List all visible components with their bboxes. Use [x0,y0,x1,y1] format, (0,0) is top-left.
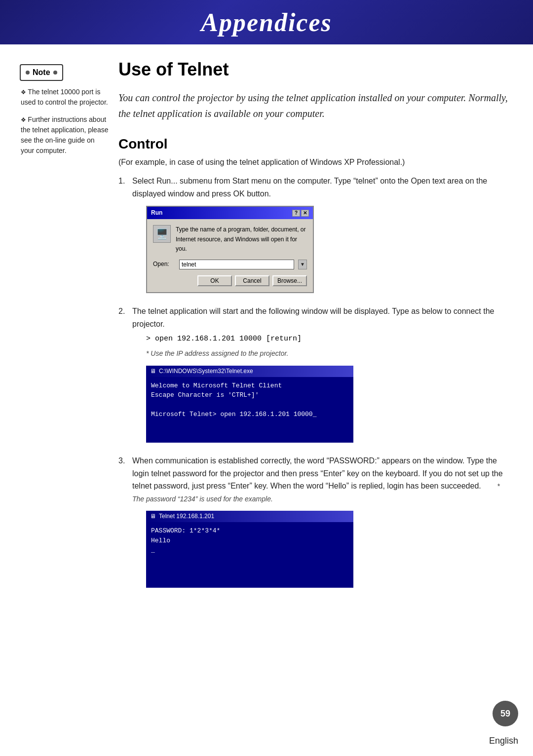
sidebar-note-1: The telnet 10000 port is used to control… [20,87,109,108]
main-content: Use of Telnet You can control the projec… [118,59,513,600]
terminal-1-body: Welcome to Microsoft Telnet Client Escap… [146,377,353,443]
dialog-title: Run [151,208,162,218]
terminal-2-body: PASSWORD: 1*2*3*4* Hello _ [146,522,353,588]
page-number-badge: 59 [493,701,518,726]
terminal-2-line1: PASSWORD: 1*2*3*4* [151,526,348,536]
terminal-icon: 🖥 [150,367,156,376]
sidebar: Note The telnet 10000 port is used to co… [20,59,118,600]
cmd-line: > open 192.168.1.201 10000 [return] [146,333,513,345]
dialog-open-label: Open: [153,260,175,269]
terminal-1-line2: Escape Character is 'CTRL+]' [151,390,348,400]
dialog-dropdown-arrow[interactable]: ▼ [298,260,307,269]
terminal-1: 🖥 C:\WINDOWS\System32\Telnet.exe Welcome… [146,366,353,443]
terminal-2-empty2 [151,565,348,574]
dialog-close-btn[interactable]: ✕ [301,210,309,217]
terminal-2-title: Telnet 192.168.1.201 [159,512,214,521]
intro-text: You can control the projector by using t… [118,90,513,121]
terminal-2-icon: 🖥 [150,512,156,521]
step-3-number: 3. [118,454,128,588]
step-3-text: When communication is established correc… [132,456,503,490]
terminal-2-empty1 [151,555,348,565]
dialog-description: Type the name of a program, folder, docu… [176,225,307,254]
dialog-title-buttons: ? ✕ [292,210,309,217]
terminal-2-empty3 [151,574,348,584]
dialog-icon-row: 🖥️ Type the name of a program, folder, d… [153,225,307,254]
step-2-number: 2. [118,305,128,443]
step-1-text: Select Run... submenu from Start menu on… [132,177,487,198]
terminal-1-empty2 [151,429,348,439]
terminal-1-line1: Welcome to Microsoft Telnet Client [151,381,348,391]
terminal-1-empty1 [151,419,348,429]
step-2-text: The telnet application will start and th… [132,307,494,328]
dialog-body: 🖥️ Type the name of a program, folder, d… [147,219,313,292]
terminal-1-title-bar: 🖥 C:\WINDOWS\System32\Telnet.exe [146,366,353,377]
dialog-help-btn[interactable]: ? [292,210,300,217]
dialog-browse-button[interactable]: Browse... [272,275,307,286]
step-1: 1. Select Run... submenu from Start menu… [118,175,513,293]
dialog-open-row: Open: ▼ [153,260,307,269]
dialog-open-input[interactable] [179,260,294,269]
run-dialog: Run ? ✕ 🖥️ Type the name of a program, f… [146,206,314,293]
step-3: 3. When communication is established cor… [118,454,513,588]
terminal-2-title-bar: 🖥 Telnet 192.168.1.201 [146,511,353,522]
terminal-2: 🖥 Telnet 192.168.1.201 PASSWORD: 1*2*3*4… [146,511,353,588]
dialog-buttons: OK Cancel Browse... [153,275,307,286]
cmd-note: * Use the IP address assigned to the pro… [146,349,288,357]
note-box: Note [20,64,63,81]
page-header: Appendices [0,0,533,44]
dialog-ok-button[interactable]: OK [197,275,232,286]
section-subtitle: (For example, in case of using the telne… [118,158,513,167]
terminal-2-line2: Hello [151,536,348,546]
step-2: 2. The telnet application will start and… [118,305,513,443]
dialog-run-icon: 🖥️ [153,225,171,243]
note-dot-left [26,71,30,75]
terminal-1-line3 [151,400,348,410]
step-1-number: 1. [118,175,128,293]
content-area: Note The telnet 10000 port is used to co… [0,44,533,619]
header-title: Appendices [201,8,332,37]
page-title: Use of Telnet [118,59,513,80]
dialog-cancel-button[interactable]: Cancel [235,275,269,286]
terminal-1-title: C:\WINDOWS\System32\Telnet.exe [159,367,253,376]
sidebar-note-2: Further instructions about the telnet ap… [20,114,109,156]
terminal-2-line3: _ [151,545,348,555]
step-2-content: The telnet application will start and th… [132,305,513,443]
step-1-content: Select Run... submenu from Start menu on… [132,175,513,293]
control-title: Control [118,136,513,152]
step-3-content: When communication is established correc… [132,454,513,588]
steps-list: 1. Select Run... submenu from Start menu… [118,175,513,588]
dialog-title-bar: Run ? ✕ [147,207,313,219]
note-dot-right [53,71,57,75]
note-label: Note [33,68,50,77]
language-label: English [489,736,518,746]
terminal-1-line4: Microsoft Telnet> open 192.168.1.201 100… [151,410,348,419]
